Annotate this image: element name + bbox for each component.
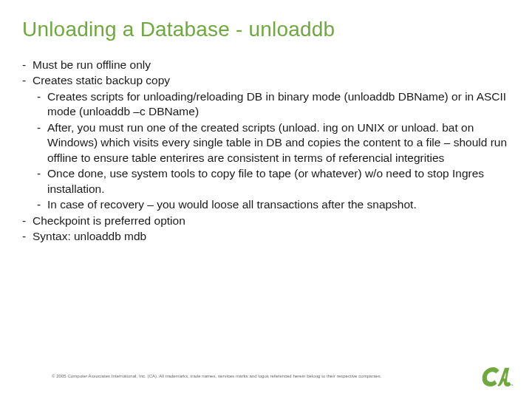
list-item: Creates static backup copy: [22, 73, 510, 88]
list-item: Syntax: unloaddb mdb: [22, 229, 510, 244]
page-title: Unloading a Database - unloaddb: [22, 18, 510, 41]
ca-logo-icon: ™: [479, 365, 513, 389]
bullet-list: Must be run offline only Creates static …: [22, 58, 510, 244]
list-item: Once done, use system tools to copy file…: [22, 166, 510, 197]
list-item: Creates scripts for unloading/reloading …: [22, 89, 510, 120]
slide: Unloading a Database - unloaddb Must be …: [0, 0, 532, 399]
list-item: In case of recovery – you would loose al…: [22, 197, 510, 212]
list-item: After, you must run one of the created s…: [22, 120, 510, 166]
list-item: Must be run offline only: [22, 58, 510, 72]
list-item: Checkpoint is preferred option: [22, 214, 510, 228]
svg-text:™: ™: [511, 384, 513, 387]
copyright-footer: © 2005 Computer Associates International…: [52, 374, 381, 378]
